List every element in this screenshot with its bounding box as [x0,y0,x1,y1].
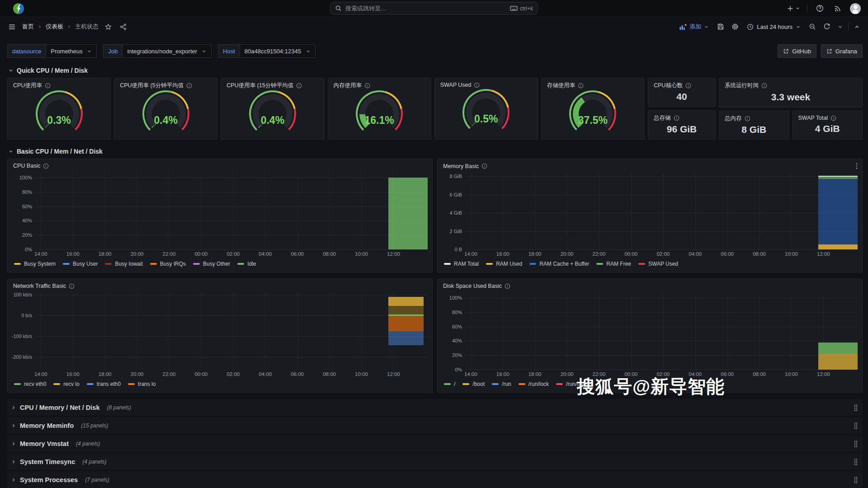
drag-handle-icon[interactable] [854,422,858,429]
row-title[interactable]: CPU / Memory / Net / Disk [20,404,99,411]
time-range-picker[interactable]: Last 24 hours [744,22,803,32]
collapsed-row[interactable]: Memory Vmstat(4 panels) [7,435,863,452]
info-icon[interactable] [69,283,75,289]
menu-icon[interactable] [6,21,18,33]
panel-title[interactable]: Memory Basic [443,163,479,169]
legend-item[interactable]: /boot [462,381,485,387]
github-link-button[interactable]: GitHub [778,44,816,58]
panel-title[interactable]: 总存储 [654,114,671,122]
panel-title[interactable]: Disk Space Used Basic [443,283,502,289]
collapsed-row[interactable]: System Timesync(4 panels) [7,453,863,470]
panel-title[interactable]: 内存使用率 [334,82,362,89]
variable-label[interactable]: Host [218,44,240,58]
drag-handle-icon[interactable] [854,476,858,483]
row-title[interactable]: Memory Meminfo [20,422,74,429]
panel-title[interactable]: 系统运行时间 [725,82,759,89]
panel-title[interactable]: CPU核心数 [654,82,683,89]
panel-title[interactable]: Network Traffic Basic [13,283,66,289]
info-icon[interactable] [296,83,302,89]
star-icon[interactable] [103,22,113,32]
drag-handle-icon[interactable] [854,458,858,465]
info-icon[interactable] [761,83,767,89]
panel-title[interactable]: CPU Basic [13,163,40,169]
legend-item[interactable]: / [444,381,455,387]
panel-title[interactable]: 存储使用率 [547,82,576,89]
legend-item[interactable]: RAM Cache + Buffer [529,261,589,267]
variable-label[interactable]: Job [103,44,122,58]
plot-area[interactable] [36,293,428,370]
legend-item[interactable]: /run/lock [519,381,549,387]
save-icon[interactable] [715,21,726,32]
drag-handle-icon[interactable] [854,440,858,447]
new-button[interactable] [787,5,800,12]
panel-title[interactable]: SWAP Used [440,82,472,88]
info-icon[interactable] [505,283,510,289]
info-icon[interactable] [685,83,691,89]
info-icon[interactable] [43,163,49,169]
row-header-quick[interactable]: Quick CPU / Mem / Disk [8,67,863,74]
breadcrumb-item[interactable]: 仪表板 [46,23,63,31]
search-input[interactable]: 搜索或跳转至... ctrl+k [330,2,538,15]
plot-area[interactable] [466,173,858,249]
info-icon[interactable] [578,83,584,89]
info-icon[interactable] [474,82,480,88]
plot-area[interactable] [466,293,858,370]
info-icon[interactable] [745,116,750,122]
info-icon[interactable] [481,163,487,169]
row-title[interactable]: System Timesync [20,458,75,465]
refresh-interval-chevron[interactable] [836,23,844,31]
variable-value-dropdown[interactable]: 80a48cc91504:12345 [240,44,316,58]
variable-label[interactable]: datasource [7,44,46,58]
info-icon[interactable] [186,83,192,89]
legend-item[interactable]: Busy Iowait [105,261,142,267]
row-title[interactable]: System Processes [20,476,78,483]
legend-item[interactable]: Idle [237,261,256,267]
row-title[interactable]: Memory Vmstat [20,440,69,447]
variable-value-dropdown[interactable]: integrations/node_exporter [122,44,212,58]
collapse-toolbar-icon[interactable] [852,22,862,32]
row-header-basic[interactable]: Basic CPU / Mem / Net / Disk [8,148,863,155]
breadcrumb-item[interactable]: 首页 [22,23,34,31]
legend-item[interactable]: RAM Used [486,261,522,267]
legend-item[interactable]: RAM Free [596,261,631,267]
legend-item[interactable]: /run/user/0 [556,381,592,387]
panel-title[interactable]: CPU使用率 (5分钟平均值 [120,82,184,89]
add-panel-button[interactable]: 添加 [676,21,712,33]
collapsed-row[interactable]: System Processes(7 panels) [7,471,863,488]
app-logo[interactable] [13,3,24,14]
legend-item[interactable]: recv eth0 [14,381,46,387]
share-icon[interactable] [118,22,128,32]
drag-handle-icon[interactable] [854,404,858,411]
legend-item[interactable]: SWAP Used [638,261,678,267]
legend-item[interactable]: trans lo [128,381,156,387]
settings-gear-icon[interactable] [730,21,741,32]
help-icon[interactable] [814,3,826,14]
grafana-link-button[interactable]: Grafana [821,44,863,58]
collapsed-row[interactable]: CPU / Memory / Net / Disk(8 panels) [7,399,863,416]
legend-item[interactable]: Busy Other [193,261,230,267]
collapsed-row[interactable]: Memory Meminfo(15 panels) [7,417,863,434]
variable-value-dropdown[interactable]: Prometheus [46,44,97,58]
legend-item[interactable]: Busy IRQs [150,261,186,267]
legend-item[interactable]: trans eth0 [87,381,121,387]
panel-title[interactable]: 总内存 [725,115,742,122]
news-rss-icon[interactable] [832,3,843,14]
refresh-icon[interactable] [821,21,832,32]
legend-item[interactable]: /run [492,381,511,387]
panel-title[interactable]: CPU使用率 (15分钟平均值 [226,82,293,89]
legend-item[interactable]: Busy System [14,261,56,267]
panel-title[interactable]: CPU使用率 [13,82,42,89]
legend-item[interactable]: RAM Total [444,261,479,267]
legend-item[interactable]: recv lo [53,381,79,387]
zoom-out-icon[interactable] [807,21,818,32]
info-icon[interactable] [830,115,836,121]
panel-title[interactable]: SWAP Total [798,115,828,121]
plot-area[interactable] [36,173,428,249]
info-icon[interactable] [674,115,679,121]
user-avatar[interactable] [850,3,861,14]
panel-menu-kebab-icon[interactable] [856,163,858,169]
breadcrumb-item[interactable]: 主机状态 [75,23,99,31]
legend-item[interactable]: Busy User [63,261,98,267]
info-icon[interactable] [364,83,370,89]
info-icon[interactable] [45,83,51,89]
